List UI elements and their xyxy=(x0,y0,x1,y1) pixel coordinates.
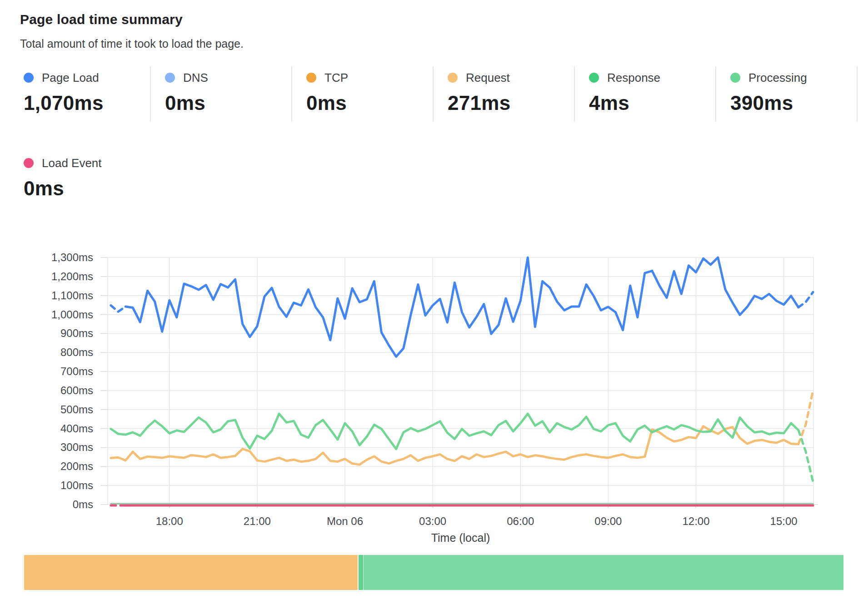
svg-text:18:00: 18:00 xyxy=(156,515,183,527)
svg-text:09:00: 09:00 xyxy=(594,515,622,527)
svg-text:Time (local): Time (local) xyxy=(431,531,490,544)
svg-text:1,300ms: 1,300ms xyxy=(51,251,93,263)
svg-text:700ms: 700ms xyxy=(60,365,93,377)
svg-text:900ms: 900ms xyxy=(60,327,93,339)
svg-text:Mon 06: Mon 06 xyxy=(327,515,363,527)
svg-text:1,200ms: 1,200ms xyxy=(51,270,93,282)
page-load-summary-panel: { "header": { "title": "Page load time s… xyxy=(0,0,868,614)
svg-text:21:00: 21:00 xyxy=(244,515,271,527)
page-load-time-chart[interactable]: 0ms100ms200ms300ms400ms500ms600ms700ms80… xyxy=(0,0,868,614)
svg-text:06:00: 06:00 xyxy=(507,515,534,527)
bar-segment-request[interactable] xyxy=(24,555,358,590)
svg-text:800ms: 800ms xyxy=(60,346,93,358)
svg-text:1,100ms: 1,100ms xyxy=(51,289,93,302)
svg-text:03:00: 03:00 xyxy=(419,515,446,527)
svg-text:100ms: 100ms xyxy=(60,479,93,491)
svg-text:500ms: 500ms xyxy=(60,403,93,416)
svg-text:400ms: 400ms xyxy=(60,422,93,435)
bar-segment-processing[interactable] xyxy=(364,555,843,590)
svg-text:12:00: 12:00 xyxy=(682,515,709,527)
svg-text:0ms: 0ms xyxy=(73,498,93,510)
svg-text:200ms: 200ms xyxy=(60,460,93,472)
bar-segment-divider xyxy=(359,555,363,590)
phase-duration-bar[interactable] xyxy=(0,555,868,590)
svg-text:600ms: 600ms xyxy=(60,384,93,396)
svg-text:15:00: 15:00 xyxy=(770,515,798,527)
svg-text:300ms: 300ms xyxy=(60,441,93,453)
svg-text:1,000ms: 1,000ms xyxy=(51,308,93,321)
